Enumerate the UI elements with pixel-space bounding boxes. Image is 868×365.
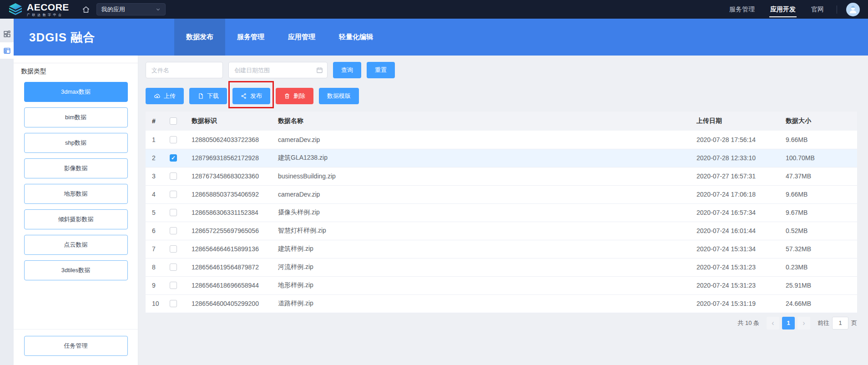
- goto-page-input[interactable]: [832, 317, 848, 330]
- download-button[interactable]: 下载: [189, 88, 227, 104]
- row-select-cell: [166, 167, 188, 185]
- daterange-input[interactable]: [228, 62, 328, 78]
- topbar: AECORE 广联达数字中台 我的应用 服务管理应用开发官网: [0, 0, 868, 19]
- table-row[interactable]: 3 1287673458683023360 businessBuilding.z…: [146, 167, 857, 185]
- sidebar-section-title: 数据类型: [14, 63, 138, 80]
- table-row[interactable]: 5 1286586306331152384 摄像头样例.zip 2020-07-…: [146, 203, 857, 222]
- row-data-name: cameraDev.zip: [274, 185, 693, 203]
- publish-button-wrap: 发布: [232, 88, 270, 104]
- publish-button[interactable]: 发布: [232, 88, 270, 104]
- row-data-name: cameraDev.zip: [274, 131, 693, 149]
- column-data-name: 数据名称: [274, 112, 693, 131]
- sidebar-item[interactable]: bim数据: [24, 107, 128, 127]
- sidebar-item[interactable]: 点云数据: [24, 235, 128, 255]
- user-avatar[interactable]: [846, 3, 860, 16]
- sidebar-item[interactable]: 影像数据: [24, 158, 128, 178]
- upload-button[interactable]: 上传: [146, 88, 184, 104]
- topbar-nav-item[interactable]: 服务管理: [728, 1, 756, 18]
- filename-input[interactable]: [146, 62, 223, 78]
- sidebar-item[interactable]: 3dtiles数据: [24, 260, 128, 280]
- sidebar-item[interactable]: shp数据: [24, 133, 128, 153]
- download-label: 下载: [207, 92, 219, 100]
- window-icon[interactable]: [0, 42, 14, 59]
- search-button[interactable]: 查询: [333, 62, 361, 78]
- row-index: 1: [146, 131, 166, 149]
- calendar-icon: [316, 67, 323, 74]
- app-tabs: 数据发布服务管理应用管理轻量化编辑: [174, 19, 385, 56]
- row-data-size: 100.70MB: [782, 149, 857, 167]
- row-data-name: 智慧灯杆样例.zip: [274, 222, 693, 240]
- table-body: 1 1288050624033722368 cameraDev.zip 2020…: [146, 131, 857, 313]
- topbar-divider: [837, 5, 837, 14]
- reset-button[interactable]: 重置: [367, 62, 395, 78]
- row-upload-date: 2020-07-28 12:33:10: [693, 149, 782, 167]
- sidebar-item-task-manage[interactable]: 任务管理: [24, 336, 128, 356]
- publish-label: 发布: [250, 92, 262, 100]
- row-upload-date: 2020-07-24 16:57:34: [693, 203, 782, 222]
- next-page-button[interactable]: ›: [797, 317, 810, 330]
- table-row[interactable]: 8 1286564619564879872 河流样例.zip 2020-07-2…: [146, 258, 857, 276]
- row-data-id: 1288050624033722368: [188, 131, 274, 149]
- table-row[interactable]: 1 1288050624033722368 cameraDev.zip 2020…: [146, 131, 857, 149]
- sidebar-item[interactable]: 倾斜摄影数据: [24, 209, 128, 229]
- row-upload-date: 2020-07-24 15:31:19: [693, 294, 782, 313]
- prev-page-button[interactable]: ‹: [767, 317, 779, 330]
- share-icon: [241, 93, 247, 99]
- action-row: 上传 下载 发布: [146, 88, 857, 104]
- data-template-button[interactable]: 数据模版: [319, 88, 359, 104]
- app-select-dropdown[interactable]: 我的应用: [96, 3, 166, 15]
- row-data-id: 1286564600405299200: [188, 294, 274, 313]
- app-select-value: 我的应用: [101, 5, 125, 14]
- row-data-id: 1287673458683023360: [188, 167, 274, 185]
- row-checkbox[interactable]: [170, 191, 177, 198]
- row-select-cell: [166, 131, 188, 149]
- topbar-right: 服务管理应用开发官网: [728, 1, 860, 18]
- row-index: 3: [146, 167, 166, 185]
- row-checkbox[interactable]: [170, 136, 177, 143]
- row-data-id: 1286564618696658944: [188, 276, 274, 294]
- row-data-name: 摄像头样例.zip: [274, 203, 693, 222]
- table-row[interactable]: 2 1287969318562172928 建筑GLA1238.zip 2020…: [146, 149, 857, 167]
- table-row[interactable]: 9 1286564618696658944 地形样例.zip 2020-07-2…: [146, 276, 857, 294]
- table-row[interactable]: 4 1286588503735406592 cameraDev.zip 2020…: [146, 185, 857, 203]
- row-data-size: 9.67MB: [782, 203, 857, 222]
- row-index: 4: [146, 185, 166, 203]
- row-index: 2: [146, 149, 166, 167]
- column-select-all: [166, 112, 188, 131]
- topbar-nav-item[interactable]: 官网: [810, 1, 825, 18]
- app-tab[interactable]: 数据发布: [174, 19, 225, 56]
- row-checkbox[interactable]: [170, 300, 177, 307]
- table-row[interactable]: 6 1286572255697965056 智慧灯杆样例.zip 2020-07…: [146, 222, 857, 240]
- row-data-size: 9.66MB: [782, 131, 857, 149]
- row-select-cell: [166, 149, 188, 167]
- row-select-cell: [166, 294, 188, 313]
- delete-button[interactable]: 删除: [276, 88, 313, 104]
- row-select-cell: [166, 258, 188, 276]
- filter-row: 查询 重置: [146, 62, 857, 78]
- sidebar-item-list: 3dmax数据bim数据shp数据影像数据地形数据倾斜摄影数据点云数据3dtil…: [14, 80, 138, 286]
- row-upload-date: 2020-07-24 17:06:18: [693, 185, 782, 203]
- row-data-name: 建筑GLA1238.zip: [274, 149, 693, 167]
- app-tab[interactable]: 应用管理: [276, 19, 327, 56]
- topbar-nav-item[interactable]: 应用开发: [769, 1, 797, 18]
- row-checkbox[interactable]: [170, 154, 177, 162]
- table-row[interactable]: 10 1286564600405299200 道路样例.zip 2020-07-…: [146, 294, 857, 313]
- sidebar-item[interactable]: 3dmax数据: [24, 82, 128, 102]
- row-checkbox[interactable]: [170, 282, 177, 289]
- select-all-checkbox[interactable]: [170, 117, 177, 125]
- app-tab[interactable]: 轻量化编辑: [327, 19, 385, 56]
- table-row[interactable]: 7 1286564664615899136 建筑样例.zip 2020-07-2…: [146, 240, 857, 258]
- home-icon[interactable]: [82, 5, 90, 14]
- row-checkbox[interactable]: [170, 245, 177, 253]
- row-index: 10: [146, 294, 166, 313]
- dashboard-grid-icon[interactable]: [0, 25, 14, 42]
- logo-text: AECORE 广联达数字中台: [27, 2, 69, 16]
- app-tab[interactable]: 服务管理: [225, 19, 276, 56]
- sidebar-item[interactable]: 地形数据: [24, 184, 128, 204]
- page-number-1[interactable]: 1: [782, 317, 795, 330]
- row-checkbox[interactable]: [170, 209, 177, 216]
- row-checkbox[interactable]: [170, 172, 177, 180]
- row-checkbox[interactable]: [170, 227, 177, 234]
- row-checkbox[interactable]: [170, 264, 177, 271]
- file-icon: [197, 93, 204, 99]
